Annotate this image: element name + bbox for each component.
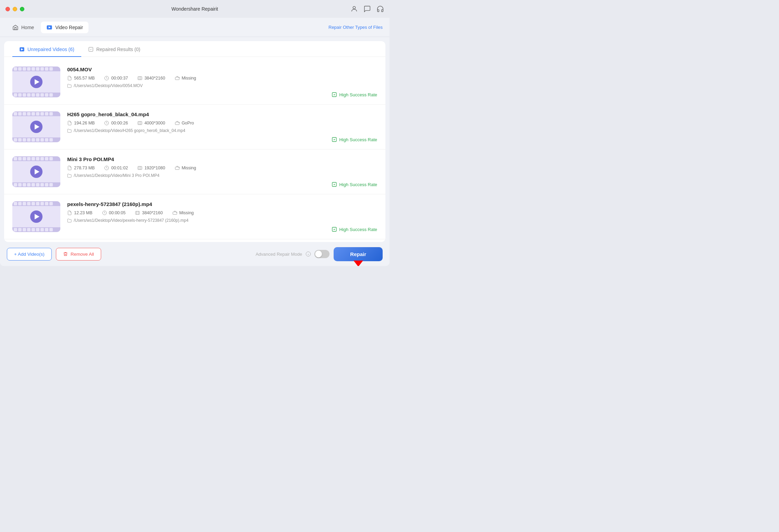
arrow-indicator: [353, 261, 363, 266]
bottom-bar: + Add Video(s) Remove All Advanced Repai…: [0, 242, 389, 266]
play-triangle-2: [35, 169, 39, 174]
success-rate-0: High Success Rate: [332, 92, 377, 97]
size-value-2: 278.73 MB: [74, 166, 95, 170]
nav-tab-video-repair[interactable]: Video Repair: [41, 22, 88, 33]
play-button-2[interactable]: [30, 166, 43, 178]
path-value-1: /Users/ws1/Desktop/Video/H265 gopro_hero…: [74, 128, 185, 133]
minimize-button[interactable]: [13, 7, 17, 11]
folder-icon-1: [67, 129, 72, 133]
path-value-0: /Users/ws1/Desktop/Video/0054.MOV: [74, 83, 143, 88]
success-label-1: High Success Rate: [339, 137, 377, 142]
video-info-3: pexels-henry-5723847 (2160p).mp4 12.23 M…: [67, 201, 377, 223]
camera-icon-2: [175, 166, 180, 170]
success-icon-0: [332, 92, 337, 97]
success-rate-3: High Success Rate: [332, 227, 377, 232]
tab-repaired[interactable]: Repaired Results (0): [81, 41, 147, 57]
meta-camera-3: Missing: [172, 210, 194, 215]
duration-value-2: 00:01:02: [111, 166, 128, 170]
meta-camera-0: Missing: [175, 76, 196, 81]
meta-camera-2: Missing: [175, 166, 196, 170]
clock-icon-0: [104, 76, 109, 81]
success-icon-3: [332, 227, 337, 232]
svg-point-0: [353, 7, 355, 9]
svg-rect-13: [138, 121, 142, 124]
duration-value-1: 00:00:26: [111, 121, 128, 125]
svg-rect-19: [138, 166, 142, 169]
app-title: Wondershare Repairit: [171, 6, 218, 12]
camera-icon-3: [172, 210, 177, 215]
video-item-1: H265 gopro_hero6_black_04.mp4 194.26 MB: [4, 105, 385, 149]
camera-value-1: GoPro: [182, 121, 194, 125]
video-info-1: H265 gopro_hero6_black_04.mp4 194.26 MB: [67, 111, 377, 133]
video-thumbnail-1: [12, 111, 60, 142]
camera-icon-0: [175, 76, 180, 81]
play-button-0[interactable]: [30, 76, 43, 88]
repaired-tab-icon: [88, 47, 94, 52]
remove-all-button[interactable]: Remove All: [56, 248, 101, 261]
file-icon-0: [67, 76, 72, 81]
film-strip-top-3: [12, 201, 60, 206]
resolution-value-1: 4000*3000: [144, 121, 165, 125]
camera-value-2: Missing: [182, 166, 196, 170]
remove-all-label: Remove All: [71, 252, 94, 257]
meta-duration-0: 00:00:37: [104, 76, 128, 81]
meta-duration-2: 00:01:02: [104, 166, 128, 170]
video-path-3: /Users/ws1/Desktop/Video/pexels-henry-57…: [67, 218, 377, 223]
headset-icon[interactable]: [376, 5, 384, 13]
advanced-mode-section: Advanced Repair Mode: [255, 250, 329, 258]
play-button-3[interactable]: [30, 210, 43, 223]
advanced-mode-toggle[interactable]: [314, 250, 329, 258]
nav-tabs: Home Video Repair: [7, 22, 88, 33]
video-path-0: /Users/ws1/Desktop/Video/0054.MOV: [67, 83, 377, 88]
repair-label: Repair: [350, 251, 366, 257]
user-icon[interactable]: [350, 5, 358, 13]
clock-icon-2: [104, 166, 109, 170]
video-meta-2: 278.73 MB 00:01:02: [67, 166, 377, 170]
add-video-button[interactable]: + Add Video(s): [7, 248, 52, 261]
home-icon: [12, 24, 19, 31]
play-triangle-1: [35, 124, 39, 130]
maximize-button[interactable]: [20, 7, 24, 11]
size-value-3: 12.23 MB: [74, 210, 93, 215]
meta-size-3: 12.23 MB: [67, 210, 93, 215]
app-window: Wondershare Repairit: [0, 0, 389, 266]
video-path-2: /Users/ws1/Desktop/Video/Mini 3 Pro POI.…: [67, 173, 377, 178]
path-value-2: /Users/ws1/Desktop/Video/Mini 3 Pro POI.…: [74, 173, 159, 178]
repair-button[interactable]: Repair: [334, 247, 383, 261]
chat-icon[interactable]: [363, 5, 371, 13]
meta-resolution-0: 3840*2160: [137, 76, 165, 81]
camera-icon-1: [175, 121, 180, 125]
clock-icon-1: [104, 121, 109, 125]
resolution-icon-2: [137, 166, 142, 170]
play-triangle-3: [35, 214, 39, 219]
success-rate-1: High Success Rate: [332, 137, 377, 142]
resolution-value-2: 1920*1080: [144, 166, 165, 170]
tab-unrepaired[interactable]: Unrepaired Videos (6): [12, 41, 81, 57]
play-button-1[interactable]: [30, 121, 43, 133]
video-repair-label: Video Repair: [55, 25, 83, 30]
video-item-0: 0054.MOV 565.57 MB 00:: [4, 60, 385, 105]
success-icon-1: [332, 137, 337, 142]
meta-size-0: 565.57 MB: [67, 76, 95, 81]
file-icon-1: [67, 121, 72, 125]
meta-duration-3: 00:00:05: [102, 210, 126, 215]
size-value-0: 565.57 MB: [74, 76, 95, 81]
video-path-1: /Users/ws1/Desktop/Video/H265 gopro_hero…: [67, 128, 377, 133]
video-name-2: Mini 3 Pro POI.MP4: [67, 156, 377, 162]
repair-other-link[interactable]: Repair Other Types of Files: [328, 25, 383, 30]
close-button[interactable]: [5, 7, 10, 11]
video-meta-1: 194.26 MB 00:00:26: [67, 121, 377, 125]
resolution-value-0: 3840*2160: [144, 76, 165, 81]
resolution-icon-1: [137, 121, 142, 125]
nav-tab-home[interactable]: Home: [7, 22, 39, 33]
info-icon: [305, 251, 311, 257]
video-name-3: pexels-henry-5723847 (2160p).mp4: [67, 201, 377, 207]
video-thumbnail-3: [12, 201, 60, 232]
meta-resolution-2: 1920*1080: [137, 166, 165, 170]
svg-marker-33: [353, 261, 363, 266]
success-rate-2: High Success Rate: [332, 182, 377, 187]
meta-duration-1: 00:00:26: [104, 121, 128, 125]
video-item-2: Mini 3 Pro POI.MP4 278.73 MB: [4, 149, 385, 194]
file-icon-3: [67, 210, 72, 215]
success-label-3: High Success Rate: [339, 227, 377, 232]
